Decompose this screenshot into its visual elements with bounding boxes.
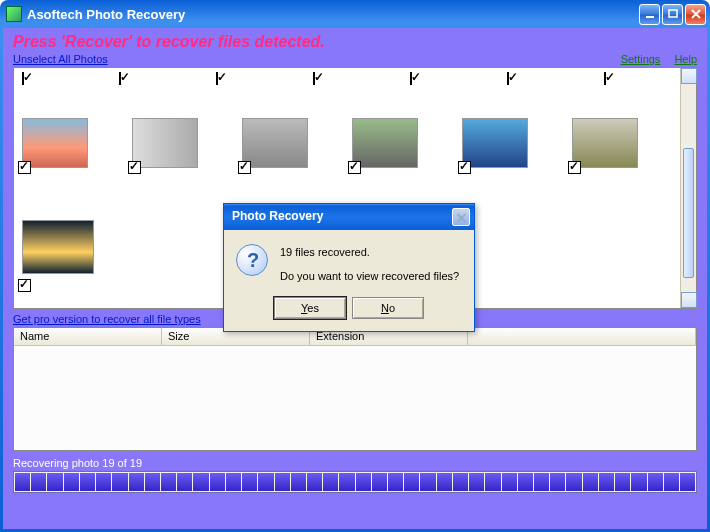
progress-bar bbox=[13, 471, 697, 493]
thumbnail-checkbox[interactable] bbox=[238, 161, 251, 174]
scroll-thumb[interactable] bbox=[683, 148, 694, 278]
thumbnail-checkbox[interactable] bbox=[458, 161, 471, 174]
progress-segment bbox=[388, 473, 403, 491]
thumbnail-checkbox[interactable] bbox=[216, 72, 218, 85]
dialog-title: Photo Recovery bbox=[232, 209, 323, 223]
thumbnail-cell[interactable] bbox=[22, 118, 88, 168]
progress-segment bbox=[161, 473, 176, 491]
dialog-message: 19 files recovered. Do you want to view … bbox=[280, 244, 459, 285]
progress-segment bbox=[485, 473, 500, 491]
titlebar[interactable]: Asoftech Photo Recovery bbox=[0, 0, 710, 28]
photo-thumbnail[interactable] bbox=[22, 118, 88, 168]
photo-thumbnail[interactable] bbox=[572, 118, 638, 168]
thumbnail-checkbox[interactable] bbox=[410, 72, 412, 85]
progress-segment bbox=[615, 473, 630, 491]
progress-segment bbox=[469, 473, 484, 491]
pro-version-link[interactable]: Get pro version to recover all file type… bbox=[13, 313, 201, 325]
progress-segment bbox=[64, 473, 79, 491]
progress-segment bbox=[404, 473, 419, 491]
thumbnail-checkbox[interactable] bbox=[22, 72, 24, 85]
thumbnail-checkbox[interactable] bbox=[119, 72, 121, 85]
progress-segment bbox=[307, 473, 322, 491]
progress-segment bbox=[323, 473, 338, 491]
col-name[interactable]: Name bbox=[14, 328, 162, 345]
photo-thumbnail[interactable] bbox=[22, 220, 94, 274]
thumbnail-cell[interactable] bbox=[132, 118, 198, 168]
progress-segment bbox=[631, 473, 646, 491]
instruction-text: Press 'Recover' to recover files detecte… bbox=[13, 33, 697, 51]
progress-segment bbox=[80, 473, 95, 491]
progress-segment bbox=[664, 473, 679, 491]
thumbnail-checkbox[interactable] bbox=[568, 161, 581, 174]
progress-segment bbox=[193, 473, 208, 491]
scrollbar[interactable] bbox=[680, 68, 696, 308]
progress-segment bbox=[145, 473, 160, 491]
progress-segment bbox=[356, 473, 371, 491]
app-icon bbox=[6, 6, 22, 22]
thumbnail-checkbox[interactable] bbox=[313, 72, 315, 85]
progress-segment bbox=[420, 473, 435, 491]
progress-segment bbox=[226, 473, 241, 491]
maximize-button[interactable] bbox=[662, 4, 683, 25]
progress-segment bbox=[583, 473, 598, 491]
photo-thumbnail[interactable] bbox=[132, 118, 198, 168]
dialog-titlebar[interactable]: Photo Recovery bbox=[224, 204, 474, 230]
thumbnail-checkbox[interactable] bbox=[128, 161, 141, 174]
recovery-dialog: Photo Recovery 19 files recovered. Do yo… bbox=[223, 203, 475, 332]
thumbnail-cell[interactable] bbox=[572, 118, 638, 168]
thumbnail-cell[interactable] bbox=[22, 220, 94, 274]
progress-segment bbox=[534, 473, 549, 491]
photo-thumbnail[interactable] bbox=[242, 118, 308, 168]
progress-segment bbox=[648, 473, 663, 491]
progress-segment bbox=[177, 473, 192, 491]
progress-segment bbox=[437, 473, 452, 491]
progress-segment bbox=[339, 473, 354, 491]
scroll-down-button[interactable] bbox=[681, 292, 697, 308]
dialog-close-button[interactable] bbox=[452, 208, 470, 226]
progress-segment bbox=[112, 473, 127, 491]
thumbnail-cell[interactable] bbox=[462, 118, 528, 168]
help-link[interactable]: Help bbox=[674, 53, 697, 65]
thumbnail-cell[interactable] bbox=[352, 118, 418, 168]
progress-segment bbox=[566, 473, 581, 491]
thumbnail-cell[interactable] bbox=[242, 118, 308, 168]
col-spacer bbox=[468, 328, 696, 345]
progress-segment bbox=[96, 473, 111, 491]
progress-segment bbox=[258, 473, 273, 491]
progress-segment bbox=[31, 473, 46, 491]
yes-button[interactable]: Yes bbox=[274, 297, 346, 319]
svg-rect-1 bbox=[669, 10, 677, 17]
progress-segment bbox=[129, 473, 144, 491]
minimize-button[interactable] bbox=[639, 4, 660, 25]
thumbnail-checkbox[interactable] bbox=[507, 72, 509, 85]
progress-segment bbox=[502, 473, 517, 491]
close-button[interactable] bbox=[685, 4, 706, 25]
progress-segment bbox=[15, 473, 30, 491]
svg-rect-0 bbox=[646, 16, 654, 18]
progress-segment bbox=[550, 473, 565, 491]
progress-segment bbox=[275, 473, 290, 491]
progress-segment bbox=[47, 473, 62, 491]
dialog-line2: Do you want to view recovered files? bbox=[280, 268, 459, 286]
dialog-line1: 19 files recovered. bbox=[280, 244, 459, 262]
thumbnail-checkbox[interactable] bbox=[348, 161, 361, 174]
unselect-all-link[interactable]: Unselect All Photos bbox=[13, 53, 108, 65]
scroll-up-button[interactable] bbox=[681, 68, 697, 84]
no-button[interactable]: No bbox=[352, 297, 424, 319]
photo-thumbnail[interactable] bbox=[352, 118, 418, 168]
progress-segment bbox=[518, 473, 533, 491]
progress-segment bbox=[680, 473, 695, 491]
status-text: Recovering photo 19 of 19 bbox=[13, 457, 697, 469]
thumbnail-checkbox[interactable] bbox=[18, 279, 31, 292]
settings-link[interactable]: Settings bbox=[621, 53, 661, 65]
progress-segment bbox=[599, 473, 614, 491]
progress-segment bbox=[242, 473, 257, 491]
photo-thumbnail[interactable] bbox=[462, 118, 528, 168]
thumbnail-checkbox[interactable] bbox=[18, 161, 31, 174]
window-title: Asoftech Photo Recovery bbox=[27, 7, 639, 22]
progress-segment bbox=[210, 473, 225, 491]
main-window: Asoftech Photo Recovery Press 'Recover' … bbox=[0, 0, 710, 532]
progress-segment bbox=[453, 473, 468, 491]
thumbnail-checkbox[interactable] bbox=[604, 72, 606, 85]
question-icon bbox=[236, 244, 268, 276]
